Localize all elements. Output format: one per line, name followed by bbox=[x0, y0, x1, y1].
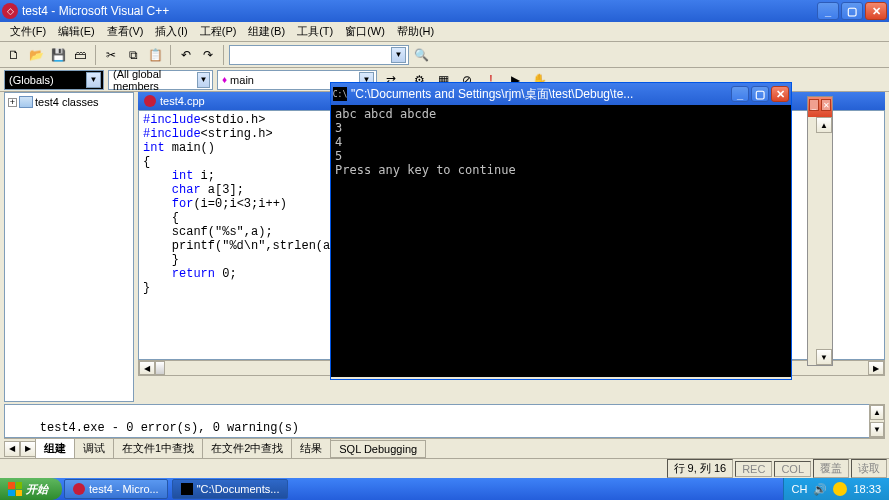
taskbar-item-vc[interactable]: test4 - Micro... bbox=[64, 479, 168, 499]
windows-logo-icon bbox=[8, 482, 22, 496]
chevron-down-icon[interactable]: ▼ bbox=[197, 72, 210, 88]
status-read: 读取 bbox=[851, 459, 887, 478]
windows-taskbar: 开始 test4 - Micro... "C:\Documents... CH … bbox=[0, 478, 889, 500]
console-output[interactable]: abc abcd abcde 3 4 5 Press any key to co… bbox=[331, 105, 791, 377]
status-ovr: 覆盖 bbox=[813, 459, 849, 478]
save-icon[interactable]: 💾 bbox=[48, 45, 68, 65]
vc-icon bbox=[73, 483, 85, 495]
start-label: 开始 bbox=[26, 482, 48, 497]
menu-file[interactable]: 文件(F) bbox=[4, 22, 52, 41]
output-pane: test4.exe - 0 error(s), 0 warning(s) ▲ ▼… bbox=[4, 404, 885, 458]
close-button[interactable]: ✕ bbox=[865, 2, 887, 20]
find-icon[interactable]: 🔍 bbox=[411, 45, 431, 65]
console-task-icon bbox=[181, 483, 193, 495]
scroll-up-icon[interactable]: ▲ bbox=[816, 117, 832, 133]
menu-window[interactable]: 窗口(W) bbox=[339, 22, 391, 41]
tree-root-label: test4 classes bbox=[35, 96, 99, 108]
window-title: test4 - Microsoft Visual C++ bbox=[22, 4, 817, 18]
tab-sqldebug[interactable]: SQL Debugging bbox=[330, 440, 426, 458]
system-tray[interactable]: CH 🔊 18:33 bbox=[783, 478, 889, 500]
start-button[interactable]: 开始 bbox=[0, 478, 62, 500]
expand-icon[interactable]: + bbox=[8, 98, 17, 107]
menu-project[interactable]: 工程(P) bbox=[194, 22, 243, 41]
scroll-right-icon[interactable]: ▶ bbox=[868, 361, 884, 375]
tree-root-node[interactable]: + test4 classes bbox=[7, 95, 131, 109]
chevron-down-icon[interactable]: ▼ bbox=[391, 47, 406, 63]
console-titlebar[interactable]: C:\ "C:\Documents and Settings\rjm\桌面\te… bbox=[331, 83, 791, 105]
editor-filename: test4.cpp bbox=[160, 95, 205, 107]
tab-find2[interactable]: 在文件2中查找 bbox=[202, 438, 292, 459]
console-window: C:\ "C:\Documents and Settings\rjm\桌面\te… bbox=[330, 82, 792, 380]
tray-volume-icon[interactable]: 🔊 bbox=[813, 483, 827, 496]
build-result-text: test4.exe - 0 error(s), 0 warning(s) bbox=[40, 421, 299, 435]
copy-icon[interactable]: ⧉ bbox=[123, 45, 143, 65]
save-all-icon[interactable]: 🗃 bbox=[70, 45, 90, 65]
mdi-child-window: _ ✕ ▲ ▼ bbox=[807, 96, 833, 366]
ime-indicator[interactable]: CH bbox=[792, 483, 808, 495]
minimize-button[interactable]: _ bbox=[817, 2, 839, 20]
paste-icon[interactable]: 📋 bbox=[145, 45, 165, 65]
status-rec: REC bbox=[735, 461, 772, 477]
find-combo[interactable]: ▼ bbox=[229, 45, 409, 65]
tab-find1[interactable]: 在文件1中查找 bbox=[113, 438, 203, 459]
console-title: "C:\Documents and Settings\rjm\桌面\test\D… bbox=[351, 86, 731, 103]
taskbar-item-console[interactable]: "C:\Documents... bbox=[172, 479, 289, 499]
undo-icon[interactable]: ↶ bbox=[176, 45, 196, 65]
cut-icon[interactable]: ✂ bbox=[101, 45, 121, 65]
menu-insert[interactable]: 插入(I) bbox=[149, 22, 193, 41]
redo-icon[interactable]: ↷ bbox=[198, 45, 218, 65]
main-titlebar: ◇ test4 - Microsoft Visual C++ _ ▢ ✕ bbox=[0, 0, 889, 22]
scroll-left-icon[interactable]: ◀ bbox=[139, 361, 155, 375]
mdi-close-button[interactable]: ✕ bbox=[821, 99, 831, 111]
status-col: COL bbox=[774, 461, 811, 477]
scope-value: (Globals) bbox=[9, 74, 54, 86]
scroll-down-icon[interactable]: ▼ bbox=[816, 349, 832, 365]
menu-help[interactable]: 帮助(H) bbox=[391, 22, 440, 41]
tab-debug[interactable]: 调试 bbox=[74, 438, 114, 459]
separator bbox=[223, 45, 224, 65]
mdi-min-button[interactable]: _ bbox=[809, 99, 819, 111]
scroll-thumb[interactable] bbox=[155, 361, 165, 375]
task-label: test4 - Micro... bbox=[89, 483, 159, 495]
standard-toolbar: 🗋 📂 💾 🗃 ✂ ⧉ 📋 ↶ ↷ ▼ 🔍 bbox=[0, 42, 889, 68]
menu-view[interactable]: 查看(V) bbox=[101, 22, 150, 41]
menubar: 文件(F) 编辑(E) 查看(V) 插入(I) 工程(P) 组建(B) 工具(T… bbox=[0, 22, 889, 42]
workspace-tree[interactable]: + test4 classes bbox=[4, 92, 134, 402]
cpp-file-icon bbox=[144, 95, 156, 107]
build-output[interactable]: test4.exe - 0 error(s), 0 warning(s) bbox=[4, 404, 885, 438]
menu-tools[interactable]: 工具(T) bbox=[291, 22, 339, 41]
app-icon: ◇ bbox=[2, 3, 18, 19]
separator bbox=[170, 45, 171, 65]
status-bar: 行 9, 列 16 REC COL 覆盖 读取 bbox=[0, 458, 889, 478]
menu-edit[interactable]: 编辑(E) bbox=[52, 22, 101, 41]
members-value: (All global members bbox=[113, 68, 197, 92]
scroll-up-icon[interactable]: ▲ bbox=[870, 405, 884, 420]
console-minimize-button[interactable]: _ bbox=[731, 86, 749, 102]
clock[interactable]: 18:33 bbox=[853, 483, 881, 495]
function-icon: ♦ bbox=[222, 74, 227, 85]
scope-combo[interactable]: (Globals) ▼ bbox=[4, 70, 104, 90]
open-file-icon[interactable]: 📂 bbox=[26, 45, 46, 65]
cursor-position: 行 9, 列 16 bbox=[667, 459, 734, 478]
console-close-button[interactable]: ✕ bbox=[771, 86, 789, 102]
classes-icon bbox=[19, 96, 33, 108]
new-file-icon[interactable]: 🗋 bbox=[4, 45, 24, 65]
output-tabs: ◀ ▶ 组建 调试 在文件1中查找 在文件2中查找 结果 SQL Debuggi… bbox=[4, 438, 885, 458]
tab-results[interactable]: 结果 bbox=[291, 438, 331, 459]
menu-build[interactable]: 组建(B) bbox=[242, 22, 291, 41]
tab-scroll-left-icon[interactable]: ◀ bbox=[4, 441, 20, 457]
tab-scroll-right-icon[interactable]: ▶ bbox=[20, 441, 36, 457]
console-icon: C:\ bbox=[333, 87, 347, 101]
tab-build[interactable]: 组建 bbox=[35, 438, 75, 459]
separator bbox=[95, 45, 96, 65]
function-value: main bbox=[230, 74, 254, 86]
scroll-down-icon[interactable]: ▼ bbox=[870, 422, 884, 437]
task-label: "C:\Documents... bbox=[197, 483, 280, 495]
output-vscrollbar[interactable]: ▲ ▼ bbox=[869, 404, 885, 438]
console-maximize-button[interactable]: ▢ bbox=[751, 86, 769, 102]
chevron-down-icon[interactable]: ▼ bbox=[86, 72, 101, 88]
mdi-vscrollbar[interactable]: ▲ ▼ bbox=[816, 117, 832, 365]
maximize-button[interactable]: ▢ bbox=[841, 2, 863, 20]
tray-shield-icon[interactable] bbox=[833, 482, 847, 496]
members-combo[interactable]: (All global members ▼ bbox=[108, 70, 213, 90]
